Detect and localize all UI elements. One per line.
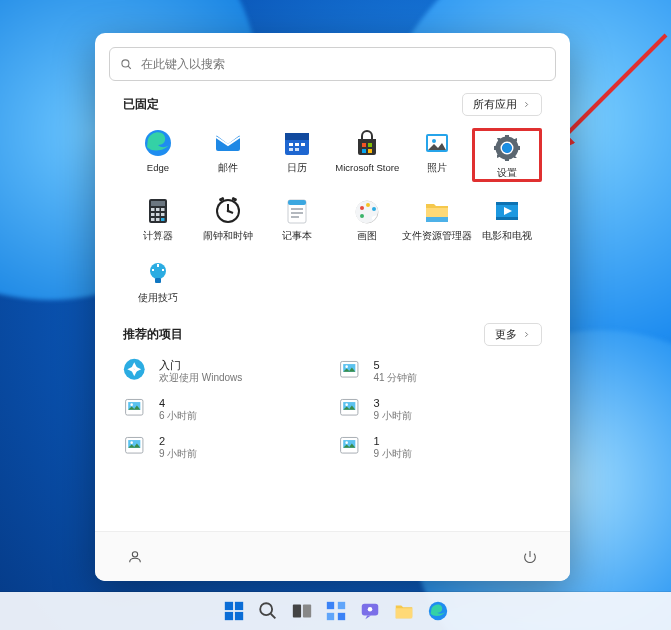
recommended-title-text: 4 <box>159 397 197 410</box>
svg-point-83 <box>260 603 272 615</box>
svg-rect-79 <box>224 602 232 610</box>
recommended-item[interactable]: 19 小时前 <box>338 434 543 460</box>
svg-rect-51 <box>426 217 448 222</box>
image-icon <box>338 434 364 460</box>
app-label: 记事本 <box>282 231 312 241</box>
pinned-app-mail[interactable]: 邮件 <box>193 128 263 182</box>
svg-rect-87 <box>326 602 333 609</box>
taskbar <box>0 592 671 630</box>
pinned-app-explorer[interactable]: 文件资源管理器 <box>402 196 472 243</box>
pinned-app-edge[interactable]: Edge <box>123 128 193 182</box>
recommended-title-text: 1 <box>374 435 412 448</box>
pinned-app-store[interactable]: Microsoft Store <box>332 128 402 182</box>
pinned-app-photos[interactable]: 照片 <box>402 128 472 182</box>
all-apps-button[interactable]: 所有应用 <box>462 93 542 116</box>
taskbar-widgets[interactable] <box>324 599 348 623</box>
recommended-text: 29 小时前 <box>159 435 197 459</box>
recommended-title-text: 5 <box>374 359 418 372</box>
power-button[interactable] <box>516 543 544 571</box>
tips-icon <box>143 258 173 288</box>
recommended-title-text: 2 <box>159 435 197 448</box>
pinned-app-notepad[interactable]: 记事本 <box>263 196 333 243</box>
recommended-grid: 入门欢迎使用 Windows541 分钟前46 小时前39 小时前29 小时前1… <box>123 358 542 460</box>
user-button[interactable] <box>121 543 149 571</box>
edge-icon <box>427 600 449 622</box>
start-footer <box>95 531 570 581</box>
image-icon <box>338 358 364 384</box>
search-icon <box>120 58 133 71</box>
pinned-app-calculator[interactable]: 计算器 <box>123 196 193 243</box>
power-icon <box>522 549 538 565</box>
recommended-section: 推荐的项目 更多 入门欢迎使用 Windows541 分钟前46 小时前39 小… <box>95 315 570 460</box>
pinned-app-movies[interactable]: 电影和电视 <box>472 196 542 243</box>
recommended-sub-text: 9 小时前 <box>159 448 197 460</box>
svg-rect-86 <box>302 605 310 618</box>
svg-rect-90 <box>337 613 344 620</box>
svg-point-78 <box>132 551 137 556</box>
svg-point-46 <box>360 206 364 210</box>
svg-rect-23 <box>151 201 165 206</box>
taskbar-search[interactable] <box>256 599 280 623</box>
photos-icon <box>422 128 452 158</box>
svg-point-1 <box>122 59 129 66</box>
app-label: 计算器 <box>143 231 173 241</box>
search-box[interactable] <box>109 47 556 81</box>
taskbar-explorer[interactable] <box>392 599 416 623</box>
svg-rect-10 <box>289 148 293 151</box>
mail-icon <box>213 128 243 158</box>
more-button[interactable]: 更多 <box>484 323 542 346</box>
more-label: 更多 <box>495 327 517 342</box>
app-label: 照片 <box>427 163 447 173</box>
svg-point-47 <box>366 203 370 207</box>
recommended-sub-text: 9 小时前 <box>374 448 412 460</box>
pinned-app-clock[interactable]: 闹钟和时钟 <box>193 196 263 243</box>
svg-point-77 <box>345 442 348 445</box>
svg-point-92 <box>367 607 372 612</box>
recommended-text: 39 小时前 <box>374 397 412 421</box>
svg-rect-28 <box>156 213 160 216</box>
svg-rect-89 <box>326 613 333 620</box>
pinned-app-settings[interactable]: 设置 <box>472 128 542 182</box>
notepad-icon <box>282 196 312 226</box>
pinned-app-tips[interactable]: 使用技巧 <box>123 258 193 305</box>
svg-rect-82 <box>234 612 242 620</box>
app-label: 使用技巧 <box>138 293 178 303</box>
folder-icon <box>393 600 415 622</box>
svg-rect-14 <box>362 149 366 153</box>
taskbar-edge[interactable] <box>426 599 450 623</box>
recommended-item[interactable]: 29 小时前 <box>123 434 328 460</box>
pinned-app-calendar[interactable]: 日历 <box>263 128 333 182</box>
calculator-icon <box>143 196 173 226</box>
clock-icon <box>213 196 243 226</box>
explorer-icon <box>422 196 452 226</box>
svg-point-68 <box>130 404 133 407</box>
settings-icon <box>492 133 522 163</box>
user-icon <box>127 549 143 565</box>
search-icon <box>257 600 279 622</box>
taskbar-start[interactable] <box>222 599 246 623</box>
recommended-item[interactable]: 入门欢迎使用 Windows <box>123 358 328 384</box>
taskbar-chat[interactable] <box>358 599 382 623</box>
recommended-text: 入门欢迎使用 Windows <box>159 359 242 383</box>
recommended-item[interactable]: 541 分钟前 <box>338 358 543 384</box>
movies-icon <box>492 196 522 226</box>
svg-rect-80 <box>234 602 242 610</box>
chevron-right-icon <box>522 330 531 339</box>
windows-icon <box>223 600 245 622</box>
taskbar-taskview[interactable] <box>290 599 314 623</box>
recommended-item[interactable]: 46 小时前 <box>123 396 328 422</box>
pinned-app-paint[interactable]: 画图 <box>332 196 402 243</box>
recommended-item[interactable]: 39 小时前 <box>338 396 543 422</box>
svg-rect-26 <box>161 208 165 211</box>
taskview-icon <box>291 600 313 622</box>
svg-rect-7 <box>289 143 293 146</box>
chevron-right-icon <box>522 100 531 109</box>
svg-rect-88 <box>337 602 344 609</box>
app-label: 邮件 <box>218 163 238 173</box>
pinned-grid: Edge邮件日历Microsoft Store照片设置计算器闹钟和时钟记事本画图… <box>123 128 542 305</box>
svg-rect-15 <box>368 149 372 153</box>
svg-rect-27 <box>151 213 155 216</box>
search-input[interactable] <box>141 57 545 71</box>
all-apps-label: 所有应用 <box>473 97 517 112</box>
svg-rect-12 <box>362 143 366 147</box>
